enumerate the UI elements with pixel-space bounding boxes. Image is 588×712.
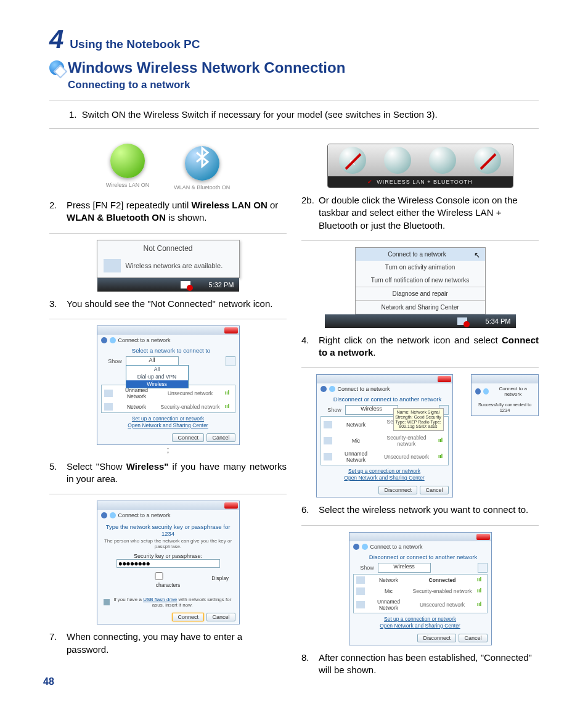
network-row[interactable]: Unnamed NetworkUnsecured networkııl	[321, 449, 448, 465]
network-row[interactable]: MicSecurity-enabled networkııl	[354, 586, 487, 597]
back-icon[interactable]	[101, 337, 107, 343]
step-number: 4.	[301, 334, 316, 359]
network-type-icon	[104, 390, 113, 397]
display-chars-checkbox[interactable]	[110, 572, 208, 580]
network-row[interactable]: NetworkSecurity-enabled networkııl	[102, 401, 235, 412]
radio-option-icon[interactable]	[384, 147, 411, 174]
cancel-button[interactable]: Cancel	[206, 613, 235, 621]
close-icon[interactable]	[476, 534, 490, 540]
dialog-link[interactable]: Open Network and Sharing Center	[322, 475, 447, 481]
step-text: Select the wireless network you want to …	[319, 504, 539, 516]
radio-option-icon[interactable]: ↖	[339, 147, 366, 174]
show-dropdown[interactable]: Wireless	[345, 405, 398, 415]
step-1: 1. Switch ON the Wireless Switch if nece…	[49, 100, 539, 129]
network-row[interactable]: NetworkConnectedııl	[354, 575, 487, 586]
network-tray-icon[interactable]	[181, 281, 190, 288]
globe-small-icon	[329, 386, 335, 392]
disconnect-button[interactable]: Disconnect	[378, 486, 417, 494]
globe-small-icon	[483, 388, 489, 395]
connect-dialog: Connect to a network Disconnect or conne…	[349, 532, 492, 645]
signal-icon: ııl	[436, 437, 446, 444]
radio-option-icon[interactable]	[474, 147, 501, 174]
dropdown-option[interactable]: All	[126, 366, 188, 373]
network-type-icon	[356, 576, 365, 584]
context-menu: Connect to a network↖ Turn on activity a…	[355, 247, 486, 314]
network-type-icon	[324, 453, 332, 460]
step-text: Right click on the network icon and sele…	[319, 334, 539, 359]
cancel-button[interactable]: Cancel	[206, 433, 235, 442]
radio-option-icon[interactable]	[429, 147, 456, 174]
dialog-title: Connect to a network	[370, 544, 423, 550]
dialog-link[interactable]: Open Network and Sharing Center	[102, 422, 234, 428]
passphrase-input[interactable]	[116, 559, 220, 568]
menu-item[interactable]: Turn off notification of new networks	[356, 274, 485, 287]
step-text: When connecting, you may have to enter a…	[67, 631, 287, 656]
back-icon[interactable]	[101, 512, 107, 518]
page-title: Windows Wireless Network Connection	[68, 59, 345, 76]
dialog-title: Connect to a network	[118, 337, 171, 343]
usb-link[interactable]: USB flash drive	[143, 597, 177, 602]
orb-label: Wireless LAN ON	[106, 182, 150, 188]
refresh-icon[interactable]	[226, 356, 235, 366]
signal-icon: ııl	[436, 453, 446, 460]
orb-label: WLAN & Bluetooth ON	[174, 184, 230, 190]
disconnect-button[interactable]: Disconnect	[417, 634, 456, 642]
taskbar: 5:34 PM	[325, 314, 516, 328]
dialog-link[interactable]: Open Network and Sharing Center	[354, 623, 486, 629]
close-icon[interactable]	[224, 327, 238, 333]
dialog-title: Connect to a network	[491, 386, 534, 397]
menu-item[interactable]: Connect to a network↖	[356, 248, 485, 261]
taskbar-time: 5:34 PM	[486, 317, 511, 325]
cancel-button[interactable]: Cancel	[459, 634, 487, 642]
cancel-button[interactable]: Cancel	[420, 486, 448, 494]
signal-icon: ııl	[475, 576, 484, 584]
refresh-icon[interactable]	[478, 563, 488, 573]
show-dropdown[interactable]: Wireless	[378, 563, 431, 573]
globe-small-icon	[362, 544, 368, 550]
connect-button[interactable]: Connect	[172, 613, 204, 621]
chapter-number: 4	[49, 25, 63, 54]
menu-item[interactable]: Turn on activity animation	[356, 261, 485, 274]
dialog-title: Connect to a network	[118, 512, 171, 518]
connect-dialog: Connect to a network Select a network to…	[97, 325, 240, 445]
back-icon[interactable]	[353, 544, 359, 550]
network-type-icon	[356, 587, 365, 595]
menu-item[interactable]: Network and Sharing Center	[356, 301, 485, 314]
dialog-subtitle: Select a network to connect to	[107, 347, 235, 354]
taskbar-time: 5:32 PM	[209, 281, 234, 288]
network-row[interactable]: Unnamed NetworkUnsecured networkııl	[354, 597, 487, 613]
connect-button[interactable]: Connect	[172, 433, 204, 442]
step-text: Or double click the Wireless Console ico…	[319, 194, 539, 232]
dialog-link[interactable]: Set up a connection or network	[322, 468, 447, 474]
step-number: 2.	[49, 199, 64, 224]
network-type-icon	[104, 403, 113, 411]
signal-icon: ııl	[475, 587, 484, 595]
step-text: After connection has been established, "…	[319, 652, 539, 677]
step-number: 5.	[49, 460, 64, 486]
cursor-icon: ↖	[474, 251, 480, 260]
back-icon[interactable]	[321, 386, 327, 392]
tooltip-body: Wireless networks are available.	[126, 262, 223, 269]
dropdown-option[interactable]: Wireless	[126, 380, 188, 388]
dialog-link[interactable]: Set up a connection or network	[102, 415, 234, 422]
taskbar: 5:32 PM	[97, 278, 239, 292]
close-icon[interactable]	[438, 376, 451, 382]
chapter-label: Using the Notebook PC	[70, 38, 200, 51]
network-row[interactable]: MicSecurity-enabled networkııl	[321, 433, 448, 449]
network-tray-icon[interactable]	[457, 317, 467, 325]
globe-small-icon	[110, 337, 116, 343]
show-label: Show	[324, 407, 345, 413]
dialog-heading: Type the network security key or passphr…	[104, 523, 233, 537]
dropdown-option[interactable]: Dial-up and VPN	[126, 373, 188, 380]
wireless-console-bar: ↖ ✔WIRELESS LAN + BLUETOOTH	[327, 144, 513, 188]
step-text: You should see the "Not Connected" netwo…	[67, 298, 287, 310]
connect-dialog: Connect to a network Disconnect or conne…	[316, 374, 453, 497]
step-number: 1.	[69, 109, 77, 120]
network-tooltip: Name: Network Signal Strength: Good Secu…	[393, 408, 444, 431]
dialog-subtitle: Disconnect or connect to another network	[327, 396, 449, 403]
close-icon[interactable]	[224, 502, 238, 509]
step-number: 6.	[301, 504, 316, 516]
menu-item[interactable]: Diagnose and repair	[356, 287, 485, 300]
step-text: Press [FN F2] repeatedly until Wireless …	[67, 199, 287, 224]
dialog-link[interactable]: Set up a connection or network	[354, 616, 486, 622]
